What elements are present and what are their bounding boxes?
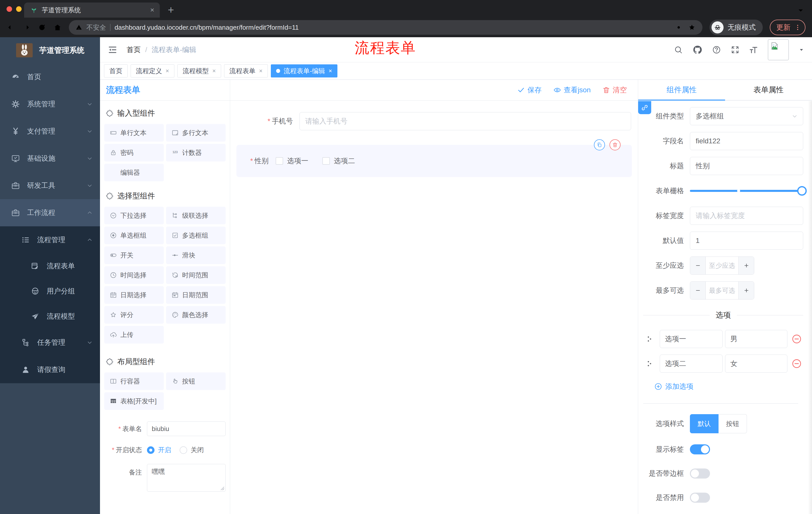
slider-handle[interactable] <box>797 186 807 196</box>
address-bar[interactable]: 不安全 dashboard.yudao.iocoder.cn/bpm/manag… <box>69 20 702 35</box>
url-text[interactable]: dashboard.yudao.iocoder.cn/bpm/manager/f… <box>115 24 672 31</box>
component-item-button[interactable]: 按钮 <box>166 373 226 390</box>
sidebar-item-user-group[interactable]: 用户分组 <box>0 279 100 304</box>
bookmark-star-icon[interactable] <box>688 23 696 31</box>
component-item-table[interactable]: 表格[开发中] <box>104 392 164 410</box>
tab-search-chevron-icon[interactable] <box>796 6 805 15</box>
sidebar-item-leave-query[interactable]: 请假查询 <box>0 356 100 383</box>
component-item-time-range[interactable]: 时间范围 <box>166 266 226 284</box>
gender-option1-checkbox[interactable] <box>276 157 283 165</box>
sidebar-collapse-icon[interactable] <box>108 45 118 55</box>
max-select-stepper[interactable]: 最多可选 <box>690 281 754 299</box>
security-label[interactable]: 不安全 <box>86 23 106 32</box>
view-json-button[interactable]: 查看json <box>553 85 591 95</box>
breadcrumb-home[interactable]: 首页 <box>127 45 141 55</box>
update-label[interactable]: 更新 <box>776 23 790 32</box>
window-close-button[interactable] <box>6 6 12 12</box>
sidebar-item-process-model[interactable]: 流程模型 <box>0 304 100 329</box>
component-item-select[interactable]: 下拉选择 <box>104 207 164 224</box>
style-default-button[interactable]: 默认 <box>690 414 719 433</box>
grid-slider[interactable] <box>690 182 803 200</box>
style-button-button[interactable]: 按钮 <box>719 414 747 433</box>
stepper-minus-button[interactable] <box>690 257 706 274</box>
delete-component-button[interactable] <box>609 139 620 151</box>
tab-close-icon[interactable]: × <box>150 6 154 14</box>
remove-option-icon[interactable] <box>791 334 802 344</box>
page-tab-process-form-edit[interactable]: 流程表单-编辑 × <box>271 64 338 77</box>
component-item-time[interactable]: 时间选择 <box>104 266 164 284</box>
option1-value-input[interactable]: 男 <box>725 330 787 348</box>
avatar[interactable] <box>768 39 789 60</box>
page-tab-home[interactable]: 首页 <box>104 64 127 77</box>
component-item-editor[interactable]: 编辑器 <box>104 164 164 181</box>
phone-input[interactable]: 请输入手机号 <box>299 112 631 130</box>
window-minimize-button[interactable] <box>16 6 22 12</box>
form-remark-textarea[interactable]: 嘿嘿 <box>147 464 226 492</box>
browser-tab[interactable]: 芋道管理系统 × <box>24 2 160 18</box>
component-item-multi-text[interactable]: 多行文本 <box>166 124 226 141</box>
back-button[interactable] <box>6 23 15 32</box>
sidebar-item-infra[interactable]: 基础设施 <box>0 145 100 172</box>
password-key-icon[interactable] <box>676 24 684 31</box>
stepper-minus-button[interactable] <box>690 282 706 299</box>
status-off-label[interactable]: 关闭 <box>191 445 204 454</box>
component-item-date-range[interactable]: 日期范围 <box>166 286 226 304</box>
not-secure-warning-icon[interactable] <box>76 24 82 31</box>
component-item-password[interactable]: 密码 <box>104 144 164 161</box>
option1-label-input[interactable]: 选项一 <box>660 330 723 348</box>
sidebar-item-home[interactable]: 首页 <box>0 63 100 90</box>
status-on-radio[interactable] <box>147 447 154 454</box>
sidebar-item-process-mgmt[interactable]: 流程管理 <box>0 226 100 253</box>
sidebar-item-task-mgmt[interactable]: 任务管理 <box>0 329 100 356</box>
help-question-icon[interactable] <box>712 45 721 54</box>
new-tab-button[interactable]: + <box>168 4 174 16</box>
status-on-label[interactable]: 开启 <box>158 445 171 454</box>
label-width-input[interactable]: 请输入标签宽度 <box>690 207 803 225</box>
show-label-toggle[interactable] <box>690 444 710 454</box>
sidebar-item-process-form[interactable]: 流程表单 <box>0 253 100 279</box>
sidebar-item-workflow[interactable]: 工作流程 <box>0 199 100 226</box>
page-tab-process-form[interactable]: 流程表单 × <box>224 64 268 77</box>
component-item-row-container[interactable]: 行容器 <box>104 373 164 390</box>
tab-component-props[interactable]: 组件属性 <box>638 80 725 100</box>
stepper-placeholder[interactable]: 最多可选 <box>706 282 738 299</box>
phone-field-row[interactable]: *手机号 请输入手机号 <box>260 112 632 130</box>
fullscreen-icon[interactable] <box>731 45 740 54</box>
save-button[interactable]: 保存 <box>517 85 542 95</box>
link-badge[interactable] <box>638 101 651 114</box>
component-item-upload[interactable]: 上传 <box>104 326 164 344</box>
sidebar-item-system[interactable]: 系统管理 <box>0 90 100 118</box>
tab-close-icon[interactable]: × <box>259 67 263 75</box>
tab-form-props[interactable]: 表单属性 <box>725 80 812 100</box>
browser-menu-dots-icon[interactable] <box>794 24 802 31</box>
component-item-switch[interactable]: 开关 <box>104 246 164 264</box>
selected-component-gender[interactable]: *性别 选项一 选项二 <box>236 145 632 177</box>
drag-handle-icon[interactable] <box>645 335 654 343</box>
stepper-plus-button[interactable] <box>738 257 754 274</box>
remove-option-icon[interactable] <box>791 358 802 369</box>
sidebar-item-payment[interactable]: 支付管理 <box>0 118 100 145</box>
disabled-toggle[interactable] <box>690 493 710 503</box>
github-icon[interactable] <box>692 45 702 55</box>
reload-button[interactable] <box>38 23 46 32</box>
min-select-stepper[interactable]: 至少应选 <box>690 256 754 275</box>
component-item-cascader[interactable]: 级联选择 <box>166 207 226 224</box>
font-size-icon[interactable] <box>749 45 758 54</box>
status-off-radio[interactable] <box>180 447 187 454</box>
stepper-placeholder[interactable]: 至少应选 <box>706 257 738 274</box>
page-tab-process-model[interactable]: 流程模型 × <box>177 64 221 77</box>
gender-option2-label[interactable]: 选项二 <box>334 156 355 166</box>
sidebar-item-devtools[interactable]: 研发工具 <box>0 172 100 199</box>
search-icon[interactable] <box>674 45 683 54</box>
component-item-radio-group[interactable]: 单选框组 <box>104 226 164 244</box>
default-value-input[interactable]: 1 <box>690 232 803 250</box>
add-option-button[interactable]: 添加选项 <box>654 382 803 391</box>
component-item-slider[interactable]: 滑块 <box>166 246 226 264</box>
component-item-single-text[interactable]: 单行文本 <box>104 124 164 141</box>
form-name-input[interactable]: biubiu <box>147 422 226 436</box>
component-item-checkbox-group[interactable]: 多选框组 <box>166 226 226 244</box>
drag-handle-icon[interactable] <box>645 359 654 368</box>
duplicate-component-button[interactable] <box>594 139 605 151</box>
component-item-rate[interactable]: 评分 <box>104 306 164 324</box>
component-item-date[interactable]: 日期选择 <box>104 286 164 304</box>
